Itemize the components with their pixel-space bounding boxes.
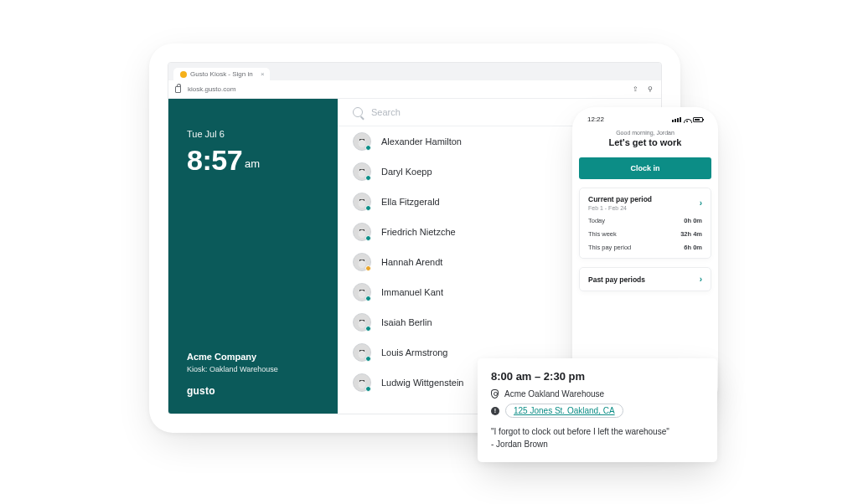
- kiosk-time-value: 8:57: [187, 144, 242, 176]
- status-dot: [365, 296, 371, 301]
- phone-status-bar: 12:22: [579, 112, 711, 125]
- kiosk-location-label: Kiosk:: [187, 365, 208, 373]
- status-dot: [365, 175, 371, 181]
- pay-stat-label: Today: [588, 217, 605, 224]
- status-dot: [365, 145, 371, 151]
- kiosk-time: 8:57am: [187, 144, 319, 177]
- pay-stat-label: This pay period: [588, 244, 631, 251]
- avatar: [353, 223, 371, 241]
- avatar: [353, 162, 371, 181]
- greeting-text: Good morning, Jordan: [579, 130, 711, 136]
- employee-name: Ludwig Wittgenstein: [381, 378, 463, 388]
- tab-title: Gusto Kiosk - Sign in: [190, 70, 253, 78]
- lock-icon: [175, 86, 181, 93]
- phone-header: Good morning, Jordan Let's get to work: [579, 125, 711, 151]
- kiosk-location: Kiosk: Oakland Warehouse: [187, 365, 319, 373]
- pay-stat-row: This pay period6h 0m: [588, 244, 702, 251]
- pay-stat-value: 0h 0m: [684, 217, 702, 224]
- pay-stat-value: 32h 4m: [680, 230, 702, 238]
- avatar: [353, 132, 371, 151]
- avatar: [353, 253, 371, 271]
- pay-card-range: Feb 1 - Feb 24: [588, 205, 652, 211]
- employee-name: Louis Armstrong: [381, 347, 447, 357]
- employee-name: Isaiah Berlin: [381, 317, 432, 327]
- shift-note-author: - Jordan Brown: [491, 439, 704, 451]
- shift-time-range: 8:00 am – 2:30 pm: [491, 370, 704, 383]
- profile-icon[interactable]: ⚲: [646, 85, 654, 93]
- gusto-logo: gusto: [187, 385, 319, 397]
- kiosk-location-value: Oakland Warehouse: [209, 365, 278, 373]
- shift-note: "I forgot to clock out before I left the…: [491, 426, 704, 450]
- kiosk-time-ampm: am: [245, 157, 260, 170]
- share-icon[interactable]: ⇪: [631, 85, 639, 93]
- tab-close-icon[interactable]: ×: [261, 70, 265, 78]
- status-dot: [365, 356, 371, 362]
- kiosk-sidebar: Tue Jul 6 8:57am Acme Company Kiosk: Oak…: [168, 99, 338, 414]
- kiosk-company: Acme Company: [187, 352, 319, 362]
- employee-name: Daryl Koepp: [381, 167, 432, 177]
- chevron-right-icon: ›: [700, 198, 702, 208]
- browser-address-bar: kiosk.gusto.com ⇪ ⚲: [168, 80, 661, 99]
- clock-in-button[interactable]: Clock in: [579, 157, 711, 179]
- cta-text: Let's get to work: [579, 137, 711, 147]
- status-icons: [672, 116, 703, 123]
- pay-card-title: Current pay period: [588, 195, 652, 203]
- employee-name: Alexander Hamilton: [381, 136, 462, 147]
- employee-name: Hannah Arendt: [381, 257, 442, 267]
- avatar: [353, 343, 371, 362]
- shift-address-row: ! 125 Jones St. Oakland, CA: [491, 404, 704, 418]
- info-icon: !: [491, 407, 499, 415]
- avatar: [353, 283, 371, 301]
- avatar: [353, 313, 371, 332]
- current-pay-card[interactable]: Current pay period Feb 1 - Feb 24 › Toda…: [579, 188, 711, 259]
- status-dot: [365, 235, 371, 241]
- status-dot: [365, 326, 371, 332]
- address-url[interactable]: kiosk.gusto.com: [188, 85, 235, 93]
- browser-tab[interactable]: Gusto Kiosk - Sign in ×: [173, 68, 270, 80]
- shift-location-row: Acme Oakland Warehouse: [491, 389, 704, 399]
- past-pay-title: Past pay periods: [588, 275, 645, 284]
- shift-address-link[interactable]: 125 Jones St. Oakland, CA: [505, 404, 623, 418]
- kiosk-date: Tue Jul 6: [187, 129, 319, 139]
- status-dot: [365, 386, 371, 392]
- pay-stat-row: Today0h 0m: [588, 217, 702, 224]
- search-icon: [353, 107, 363, 117]
- cellular-icon: [672, 117, 681, 122]
- shift-location: Acme Oakland Warehouse: [504, 389, 604, 399]
- pin-icon: [491, 389, 499, 399]
- chevron-right-icon: ›: [700, 275, 702, 284]
- shift-note-text: "I forgot to clock out before I left the…: [491, 427, 669, 436]
- phone-clock: 12:22: [587, 116, 604, 123]
- battery-icon: [693, 117, 703, 122]
- past-pay-card[interactable]: Past pay periods ›: [579, 267, 711, 291]
- employee-name: Ella Fitzgerald: [381, 197, 440, 207]
- favicon-icon: [180, 71, 187, 78]
- shift-detail-popover: 8:00 am – 2:30 pm Acme Oakland Warehouse…: [478, 358, 717, 462]
- pay-stat-label: This week: [588, 230, 617, 238]
- avatar: [353, 373, 371, 392]
- status-dot: [365, 265, 371, 271]
- browser-tabstrip: Gusto Kiosk - Sign in ×: [168, 63, 661, 80]
- employee-name: Immanuel Kant: [381, 287, 443, 297]
- avatar: [353, 193, 371, 211]
- pay-stat-row: This week32h 4m: [588, 230, 702, 238]
- wifi-icon: [684, 116, 690, 123]
- employee-name: Friedrich Nietzche: [381, 227, 456, 237]
- pay-stat-value: 6h 0m: [684, 244, 702, 251]
- status-dot: [365, 205, 371, 211]
